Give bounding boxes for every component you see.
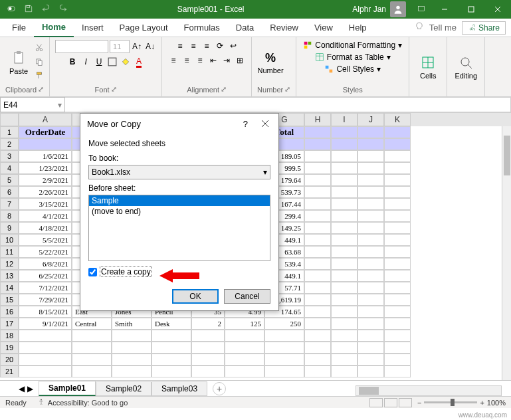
cell[interactable] [72,366,112,377]
copy-icon[interactable] [35,57,44,68]
cell[interactable] [304,210,331,222]
cell[interactable] [304,246,331,258]
cell[interactable] [358,270,384,282]
cell[interactable] [331,330,358,342]
page-break-view-icon[interactable] [399,398,412,407]
cell[interactable]: 2/26/2021 [19,186,72,198]
cell[interactable] [331,174,358,186]
cell[interactable] [358,186,384,198]
cell[interactable] [384,258,411,270]
cell[interactable]: 1/6/2021 [19,150,72,162]
cell[interactable] [358,246,384,258]
list-item[interactable]: Sample [89,195,270,206]
column-header[interactable]: H [304,113,331,126]
increase-font-icon[interactable]: A↑ [131,41,143,52]
tab-file[interactable]: File [4,19,34,37]
cell[interactable] [152,354,191,366]
increase-indent-icon[interactable]: ⇥ [221,54,233,66]
cell[interactable] [225,354,264,366]
row-header[interactable]: 20 [0,354,19,366]
cell[interactable]: 8/15/2021 [19,306,72,318]
tab-formulas[interactable]: Formulas [176,19,228,37]
sheet-tab[interactable]: Sample01 [39,381,96,396]
cell[interactable] [384,174,411,186]
cell[interactable] [331,126,358,138]
cell[interactable] [264,366,304,377]
dialog-close-button[interactable] [258,117,272,130]
sheet-tab[interactable]: Sample03 [152,381,207,396]
cell[interactable] [384,282,411,294]
maximize-button[interactable] [458,0,484,19]
dialog-launcher-icon[interactable]: ⤢ [111,85,117,94]
cell[interactable]: Smith [112,318,152,330]
align-middle-icon[interactable]: ≡ [187,40,199,52]
cell[interactable] [331,150,358,162]
cell[interactable] [384,342,411,354]
cell[interactable] [72,342,112,354]
cell[interactable]: 3/15/2021 [19,198,72,210]
row-header[interactable]: 13 [0,270,19,282]
cell[interactable]: 4/1/2021 [19,210,72,222]
cell[interactable] [358,198,384,210]
merge-center-icon[interactable]: ⊞ [234,54,246,66]
cell[interactable] [358,354,384,366]
cell[interactable] [384,222,411,234]
cell[interactable] [304,354,331,366]
to-book-dropdown[interactable]: Book1.xlsx [88,165,270,179]
cell[interactable]: OrderDate [19,126,72,138]
orientation-icon[interactable]: ⟳ [214,40,226,52]
cell[interactable] [19,138,72,150]
cell[interactable]: 250 [264,318,304,330]
cell[interactable] [191,342,225,354]
cancel-button[interactable]: Cancel [224,289,270,304]
cell[interactable] [331,210,358,222]
cell[interactable] [358,162,384,174]
wrap-text-icon[interactable]: ↩ [227,40,239,52]
zoom-in-icon[interactable]: + [480,399,484,407]
cell[interactable] [384,198,411,210]
cell[interactable] [384,330,411,342]
fill-color-icon[interactable] [120,56,132,68]
font-color-icon[interactable]: A [133,56,145,68]
cell[interactable] [358,342,384,354]
cell[interactable] [384,318,411,330]
cell[interactable] [304,150,331,162]
font-size-dropdown[interactable]: 11 [110,40,130,53]
zoom-slider[interactable] [424,401,477,403]
normal-view-icon[interactable] [369,398,383,407]
row-header[interactable]: 17 [0,318,19,330]
cell[interactable] [19,330,72,342]
cell[interactable] [384,210,411,222]
row-header[interactable]: 8 [0,210,19,222]
number-format-button[interactable]: % Number [257,51,284,74]
close-button[interactable] [484,0,511,19]
cell[interactable] [358,126,384,138]
row-header[interactable]: 6 [0,186,19,198]
cell[interactable] [384,294,411,306]
zoom-level[interactable]: 100% [487,399,506,407]
tab-help[interactable]: Help [341,19,375,37]
row-header[interactable]: 2 [0,138,19,150]
before-sheet-list[interactable]: Sample (move to end) [88,195,270,261]
cell[interactable] [19,342,72,354]
cell[interactable]: 6/25/2021 [19,270,72,282]
cell[interactable]: Central [72,318,112,330]
border-icon[interactable] [106,56,118,68]
cell[interactable] [304,270,331,282]
cell[interactable] [384,246,411,258]
dialog-launcher-icon[interactable]: ⤢ [284,85,290,94]
cell[interactable] [264,342,304,354]
cell[interactable] [304,174,331,186]
column-header[interactable]: J [358,113,384,126]
cell[interactable] [331,318,358,330]
cell[interactable] [358,174,384,186]
cell[interactable] [384,270,411,282]
row-header[interactable]: 15 [0,294,19,306]
accessibility-icon[interactable] [37,398,45,407]
accessibility-status[interactable]: Accessibility: Good to go [48,399,128,407]
row-header[interactable]: 14 [0,282,19,294]
add-sheet-button[interactable]: + [213,382,226,395]
font-name-dropdown[interactable] [55,40,108,53]
editing-button[interactable]: Editing [453,54,479,80]
cell[interactable] [331,354,358,366]
